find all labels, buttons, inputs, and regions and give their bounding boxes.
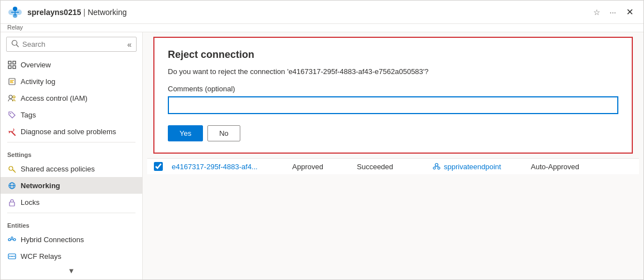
title-separator: |	[84, 8, 86, 17]
subtitle-bar: Relay	[1, 24, 643, 32]
search-icon	[11, 40, 19, 49]
svg-line-7	[17, 45, 19, 47]
svg-rect-10	[8, 66, 11, 68]
favorite-button[interactable]: ☆	[591, 7, 603, 18]
table-area: e4167317-295f-4883-af4... Approved Succe…	[147, 158, 639, 174]
search-input[interactable]	[22, 40, 124, 48]
scroll-down[interactable]: ▼	[1, 264, 142, 277]
sidebar-item-networking[interactable]: Networking	[1, 177, 142, 194]
svg-point-27	[13, 238, 16, 240]
comments-label: Comments (optional)	[168, 85, 618, 93]
content-area: Reject connection Do you want to reject …	[143, 32, 643, 279]
dialog-title: Reject connection	[168, 49, 618, 61]
sidebar-item-locks[interactable]: Locks	[1, 194, 142, 210]
yes-button[interactable]: Yes	[168, 125, 203, 141]
search-box[interactable]: «	[6, 37, 137, 52]
locks-label: Locks	[21, 198, 40, 207]
access-icon	[7, 94, 16, 102]
sidebar: « Overview Activity	[1, 32, 143, 279]
networking-icon	[7, 181, 16, 190]
diagnose-label: Diagnose and solve problems	[21, 127, 116, 136]
tag-icon	[7, 110, 16, 119]
row-name: e4167317-295f-4883-af4...	[172, 163, 283, 171]
sidebar-item-activity-log[interactable]: Activity log	[1, 73, 142, 90]
wrench-icon	[7, 127, 16, 136]
row-connection-state: Approved	[292, 163, 348, 171]
svg-point-32	[9, 256, 10, 257]
no-button[interactable]: No	[207, 125, 240, 141]
svg-point-36	[438, 167, 440, 169]
settings-section-label: Settings	[1, 145, 142, 160]
svg-point-29	[11, 237, 13, 238]
activity-log-label: Activity log	[21, 77, 55, 86]
svg-point-33	[13, 256, 14, 257]
wcf-icon	[7, 252, 16, 261]
hybrid-icon	[7, 235, 16, 244]
resource-name: sprelayns0215	[27, 8, 81, 17]
svg-point-34	[435, 164, 438, 166]
networking-label: Networking	[21, 181, 60, 190]
reject-connection-dialog: Reject connection Do you want to reject …	[153, 37, 633, 154]
dialog-buttons: Yes No	[168, 125, 618, 141]
settings-divider	[7, 142, 135, 143]
svg-rect-9	[13, 61, 16, 64]
title-bar: sprelayns0215 | Networking ☆ ··· ✕	[1, 1, 643, 24]
close-button[interactable]: ✕	[623, 6, 637, 18]
sidebar-item-shared-access[interactable]: Shared access policies	[1, 160, 142, 177]
dialog-question: Do you want to reject the connection 'e4…	[168, 67, 618, 76]
svg-point-18	[10, 113, 11, 114]
sidebar-item-tags[interactable]: Tags	[1, 106, 142, 123]
lock-icon	[7, 198, 16, 207]
shared-access-label: Shared access policies	[21, 165, 95, 173]
svg-line-37	[434, 166, 437, 168]
key-icon	[7, 164, 16, 173]
svg-line-19	[12, 132, 15, 135]
table-row: e4167317-295f-4883-af4... Approved Succe…	[147, 158, 639, 174]
hybrid-connections-label: Hybrid Connections	[21, 235, 84, 244]
wcf-relays-label: WCF Relays	[21, 252, 61, 261]
overview-icon	[7, 60, 16, 69]
activity-icon	[7, 77, 16, 86]
svg-point-35	[433, 167, 435, 169]
row-provision-state: Succeeded	[357, 163, 424, 171]
row-endpoint: spprivateendpoint	[433, 163, 522, 171]
row-approval: Auto-Approved	[531, 163, 598, 171]
title-actions: ☆ ··· ✕	[591, 6, 637, 18]
entities-section-label: Entities	[1, 215, 142, 231]
sidebar-item-diagnose[interactable]: Diagnose and solve problems	[1, 123, 142, 140]
relay-icon	[7, 4, 23, 20]
main-layout: « Overview Activity	[1, 32, 643, 279]
row-checkbox[interactable]	[154, 162, 163, 171]
endpoint-name: spprivateendpoint	[444, 163, 501, 171]
svg-point-26	[8, 238, 11, 240]
svg-point-17	[13, 96, 15, 98]
svg-line-38	[437, 166, 439, 168]
access-control-label: Access control (IAM)	[21, 94, 88, 102]
tags-label: Tags	[21, 111, 36, 119]
comments-input[interactable]	[168, 96, 618, 114]
entities-divider	[7, 213, 135, 213]
more-button[interactable]: ···	[607, 7, 618, 18]
svg-point-16	[9, 95, 12, 99]
resource-subtitle: Relay	[7, 24, 23, 31]
sidebar-item-wcf-relays[interactable]: WCF Relays	[1, 248, 142, 264]
overview-label: Overview	[21, 61, 51, 69]
svg-rect-11	[13, 66, 16, 68]
svg-point-20	[9, 166, 13, 170]
sidebar-item-access-control[interactable]: Access control (IAM)	[1, 90, 142, 106]
title-section: Networking	[88, 8, 127, 17]
svg-rect-8	[8, 61, 11, 64]
app-container: sprelayns0215 | Networking ☆ ··· ✕ Relay	[0, 0, 644, 280]
svg-rect-25	[9, 202, 14, 206]
sidebar-item-hybrid-connections[interactable]: Hybrid Connections	[1, 231, 142, 248]
title-text: sprelayns0215 | Networking	[27, 8, 127, 17]
collapse-button[interactable]: «	[127, 40, 132, 49]
sidebar-item-overview[interactable]: Overview	[1, 56, 142, 73]
